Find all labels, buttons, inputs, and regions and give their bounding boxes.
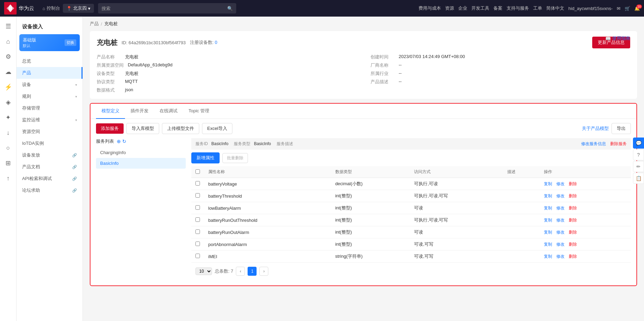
edit-link-4[interactable]: 修改 xyxy=(556,230,565,235)
export-button[interactable]: 导出 xyxy=(612,123,631,134)
shopping-icon[interactable]: 🛒 xyxy=(625,6,630,11)
select-all-checkbox[interactable] xyxy=(195,169,200,174)
add-attr-button[interactable]: 新增属性 xyxy=(191,152,220,163)
delete-link-3[interactable]: 删除 xyxy=(569,218,577,223)
sidebar-item-product[interactable]: 产品 xyxy=(17,67,83,79)
add-service-button[interactable]: 添加服务 xyxy=(96,123,124,134)
search-icon[interactable]: 🔍 xyxy=(227,6,233,11)
edit-link-3[interactable]: 修改 xyxy=(556,218,565,223)
nav-support[interactable]: 支持与服务 xyxy=(507,5,529,11)
copy-link-1[interactable]: 复制 xyxy=(544,193,552,198)
next-page-button[interactable]: › xyxy=(259,267,268,276)
delete-link-5[interactable]: 删除 xyxy=(569,242,577,247)
row-check-1[interactable] xyxy=(195,193,200,198)
sidebar-menu-toggle[interactable]: ☰ xyxy=(1,19,15,33)
reg-count-link[interactable]: 0 xyxy=(215,40,217,45)
sidebar-item-device-provision[interactable]: 设备发放 🔗 xyxy=(17,149,83,161)
service-item-charging[interactable]: ChargingInfo xyxy=(96,147,186,158)
float-clipboard-button[interactable]: 📋 xyxy=(633,173,644,184)
delete-link-0[interactable]: 删除 xyxy=(569,181,577,186)
sidebar-item-storage[interactable]: 存储管理 xyxy=(17,102,83,114)
guide-button[interactable]: 📖 使用指南 xyxy=(605,35,630,41)
page-size-select[interactable]: 10 20 50 xyxy=(195,267,212,275)
copy-link-0[interactable]: 复制 xyxy=(544,181,552,186)
nav-enterprise[interactable]: 企业 xyxy=(458,5,467,11)
sidebar-diamond-icon[interactable]: ◈ xyxy=(1,95,15,109)
product-card[interactable]: 基础版 默认 切换 xyxy=(19,34,80,51)
message-icon[interactable]: ✉ xyxy=(617,6,621,11)
copy-link-2[interactable]: 复制 xyxy=(544,206,552,210)
logo[interactable]: 华为云 xyxy=(4,2,34,15)
tab-topic-mgmt[interactable]: Topic 管理 xyxy=(183,104,215,119)
sidebar-item-resource-space[interactable]: 资源空间 xyxy=(17,126,83,138)
nav-language[interactable]: 简体中文 xyxy=(546,5,564,11)
tab-model-definition[interactable]: 模型定义 xyxy=(96,104,125,119)
float-edit-button[interactable]: ✏ xyxy=(633,161,644,172)
sidebar-grid-icon[interactable]: ⊞ xyxy=(1,156,15,170)
edit-link-5[interactable]: 修改 xyxy=(556,242,565,247)
sidebar-item-monitor[interactable]: 监控运维 ▾ xyxy=(17,114,83,126)
nav-ticket[interactable]: 工单 xyxy=(533,5,542,11)
row-check-3[interactable] xyxy=(195,217,200,222)
float-help-button[interactable]: ? xyxy=(633,149,644,160)
sidebar-settings-icon[interactable]: ⚙ xyxy=(1,50,15,64)
copy-link-3[interactable]: 复制 xyxy=(544,218,552,223)
sidebar-item-forum[interactable]: 论坛求助 🔗 xyxy=(17,185,83,196)
sidebar-item-overview[interactable]: 总览 xyxy=(17,55,83,67)
sidebar-upload-icon[interactable]: ↑ xyxy=(1,171,15,185)
nav-backup[interactable]: 备案 xyxy=(493,5,502,11)
delete-link-4[interactable]: 删除 xyxy=(569,230,577,235)
add-service-icon[interactable]: ⊕ xyxy=(117,139,121,144)
sidebar-download-icon[interactable]: ↓ xyxy=(1,126,15,140)
service-item-basic[interactable]: BasicInfo xyxy=(96,158,186,169)
copy-link-4[interactable]: 复制 xyxy=(544,230,552,235)
sidebar-item-device[interactable]: 设备 ▾ xyxy=(17,79,83,91)
sidebar-star-icon[interactable]: ✦ xyxy=(1,111,15,124)
sidebar-item-rules[interactable]: 规则 ▾ xyxy=(17,91,83,102)
edit-service-link[interactable]: 修改服务信息 xyxy=(581,141,606,147)
user-id[interactable]: hid_aycwmbf15svxns- xyxy=(568,6,613,11)
about-model-link[interactable]: 关于产品模型 xyxy=(582,125,609,132)
edit-link-2[interactable]: 修改 xyxy=(556,206,565,210)
sidebar-cloud-icon[interactable]: ☁ xyxy=(1,65,15,79)
upload-model-button[interactable]: 上传模型文件 xyxy=(162,123,199,134)
tab-online-debug[interactable]: 在线调试 xyxy=(154,104,183,119)
row-check-2[interactable] xyxy=(195,205,200,210)
copy-link-5[interactable]: 复制 xyxy=(544,242,552,247)
row-check-5[interactable] xyxy=(195,242,200,246)
nav-cost[interactable]: 费用与成本 xyxy=(419,5,441,11)
nav-home[interactable]: ⌂ 控制台 xyxy=(40,0,63,17)
nav-resources[interactable]: 资源 xyxy=(445,5,454,11)
batch-delete-button[interactable]: 批量删除 xyxy=(222,153,248,163)
sidebar-circle-icon[interactable]: ○ xyxy=(1,141,15,155)
edit-link-6[interactable]: 修改 xyxy=(556,254,565,259)
refresh-icon[interactable]: ↻ xyxy=(122,139,126,144)
sidebar-lightning-icon[interactable]: ⚡ xyxy=(1,80,15,94)
delete-link-2[interactable]: 删除 xyxy=(569,206,577,210)
row-check-6[interactable] xyxy=(195,254,200,258)
excel-import-button[interactable]: Excel导入 xyxy=(202,123,232,134)
sidebar-home-icon[interactable]: ⌂ xyxy=(1,35,15,48)
nav-devtools[interactable]: 开发工具 xyxy=(471,5,489,11)
delete-service-link[interactable]: 删除服务 xyxy=(610,141,627,147)
import-library-button[interactable]: 导入库模型 xyxy=(126,123,159,134)
delete-link-1[interactable]: 删除 xyxy=(569,193,577,198)
sidebar-item-api[interactable]: API检索和调试 🔗 xyxy=(17,173,83,185)
switch-button[interactable]: 切换 xyxy=(65,39,76,46)
breadcrumb-products[interactable]: 产品 xyxy=(90,21,99,27)
edit-link-1[interactable]: 修改 xyxy=(556,193,565,198)
prev-page-button[interactable]: ‹ xyxy=(236,267,245,276)
float-chat-button[interactable]: 💬 xyxy=(633,138,644,149)
copy-link-6[interactable]: 复制 xyxy=(544,254,552,259)
notification-bell[interactable]: 🔔 20 xyxy=(634,6,640,11)
search-input[interactable] xyxy=(102,6,227,11)
tab-plugin-dev[interactable]: 插件开发 xyxy=(125,104,154,119)
sidebar-item-iotda[interactable]: IoTDA实例 xyxy=(17,138,83,149)
delete-link-6[interactable]: 删除 xyxy=(569,254,577,259)
search-box[interactable]: 🔍 xyxy=(98,3,236,13)
row-check-0[interactable] xyxy=(195,181,200,186)
edit-link-0[interactable]: 修改 xyxy=(556,181,565,186)
row-check-4[interactable] xyxy=(195,229,200,234)
sidebar-item-product-doc[interactable]: 产品文档 🔗 xyxy=(17,161,83,173)
location-selector[interactable]: 📍 北京四 ▾ xyxy=(63,4,94,13)
